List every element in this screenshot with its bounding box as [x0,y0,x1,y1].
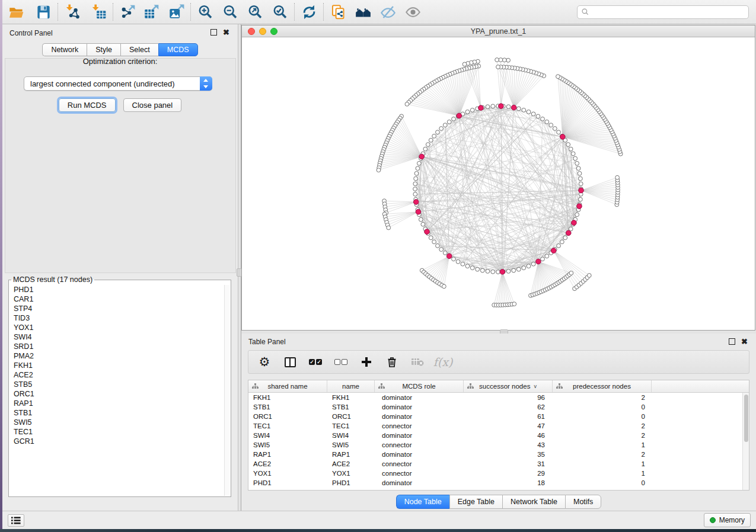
table-cell[interactable]: 43 [464,440,553,450]
table-cell[interactable]: FKH1 [248,393,327,402]
network-node[interactable] [522,266,526,270]
network-node[interactable] [573,156,578,161]
network-node[interactable] [563,236,567,240]
table-cell[interactable]: dominator [375,431,464,440]
network-node[interactable] [512,302,516,306]
column-header-shared-name[interactable]: shared name [248,380,327,392]
run-mcds-button[interactable]: Run MCDS [59,98,116,112]
mcds-result-item[interactable]: GCR1 [9,437,224,446]
search-input[interactable] [577,5,749,19]
mcds-dominator-node[interactable] [413,200,419,205]
table-row[interactable]: YOX1YOX1connector291 [248,469,742,478]
table-cell[interactable]: connector [375,459,464,469]
mcds-result-item[interactable]: CAR1 [9,294,224,304]
network-node[interactable] [506,269,511,273]
task-history-button[interactable] [8,514,24,527]
network-node[interactable] [452,257,456,261]
network-node[interactable] [465,264,470,268]
mcds-result-item[interactable]: TEC1 [9,427,224,437]
table-cell[interactable]: TEC1 [248,421,327,431]
network-node[interactable] [419,217,423,222]
mcds-dominator-node[interactable] [416,209,421,214]
network-node[interactable] [417,161,421,165]
network-node[interactable] [506,58,511,62]
network-node[interactable] [531,262,535,266]
table-cell[interactable]: 1 [553,440,652,450]
column-chooser-icon[interactable] [283,355,296,368]
network-node[interactable] [516,267,521,271]
table-cell[interactable]: ORC1 [248,412,327,421]
network-edge[interactable] [395,126,422,157]
network-node[interactable] [416,166,420,171]
network-node[interactable] [527,110,531,114]
network-node[interactable] [423,147,428,151]
network-node[interactable] [413,192,417,196]
network-node[interactable] [560,240,564,244]
table-cell[interactable]: 35 [464,450,553,459]
table-cell[interactable]: ACE2 [248,459,327,469]
zoom-fit-content-icon[interactable] [245,2,265,21]
table-cell[interactable]: ORC1 [327,412,375,421]
mcds-dominator-node[interactable] [425,229,430,235]
column-header-mcds-role[interactable]: MCDS role [375,380,464,392]
table-cell[interactable]: 61 [464,412,553,421]
network-edge[interactable] [503,67,513,107]
table-cell[interactable]: 46 [464,431,553,440]
network-node[interactable] [571,152,575,156]
table-cell[interactable]: SWI5 [327,440,375,450]
table-cell[interactable]: RAP1 [248,450,327,459]
network-node[interactable] [491,104,495,108]
network-node[interactable] [443,251,447,255]
delete-column-icon[interactable] [385,355,398,368]
network-node[interactable] [465,110,470,114]
network-node[interactable] [575,161,579,165]
table-cell[interactable]: dominator [375,412,464,421]
mcds-dominator-node[interactable] [511,105,516,110]
mcds-result-item[interactable]: STB1 [9,408,224,418]
network-node[interactable] [414,177,418,181]
table-row[interactable]: PHD1PHD1dominator180 [248,478,742,488]
network-node[interactable] [557,130,561,134]
table-cell[interactable]: 2 [553,431,652,440]
network-node[interactable] [462,62,467,66]
network-node[interactable] [578,197,582,201]
network-edge[interactable] [502,272,509,305]
network-node[interactable] [405,102,409,106]
export-image-icon[interactable] [166,2,186,21]
network-node[interactable] [442,284,446,289]
table-cell[interactable]: 29 [464,469,553,478]
network-node[interactable] [439,248,444,252]
add-column-icon[interactable] [360,355,373,368]
network-node[interactable] [429,138,433,142]
network-node[interactable] [387,226,391,230]
table-cell[interactable]: 0 [553,478,652,488]
network-node[interactable] [578,171,582,175]
table-cell[interactable]: PHD1 [327,478,375,488]
network-window-titlebar[interactable]: YPA_prune.txt_1 [242,25,755,37]
network-node[interactable] [426,143,430,147]
network-node[interactable] [575,213,579,217]
network-node[interactable] [531,112,535,116]
network-node[interactable] [502,58,506,62]
network-node[interactable] [377,168,381,172]
close-panel-icon[interactable]: ✖ [223,29,229,36]
table-cell[interactable]: 96 [464,393,553,402]
mcds-result-item[interactable]: STB5 [9,380,224,389]
mcds-result-item[interactable]: SWI4 [9,332,224,342]
network-node[interactable] [545,254,549,258]
network-node[interactable] [432,240,436,244]
table-cell[interactable]: dominator [375,478,464,488]
network-node[interactable] [587,274,591,278]
tab-network[interactable]: Network [42,43,87,56]
table-cell[interactable]: dominator [375,402,464,412]
network-edge[interactable] [499,272,503,305]
select-all-icon[interactable]: ✓✓ [309,355,322,368]
mcds-result-item[interactable]: TID3 [9,313,224,323]
network-node[interactable] [549,123,553,127]
save-session-icon[interactable] [33,2,53,21]
table-cell[interactable]: 2 [553,393,652,402]
network-node[interactable] [569,147,573,151]
table-scrollbar-thumb[interactable] [744,395,748,442]
network-edge[interactable] [422,91,459,116]
network-edge[interactable] [581,178,617,191]
